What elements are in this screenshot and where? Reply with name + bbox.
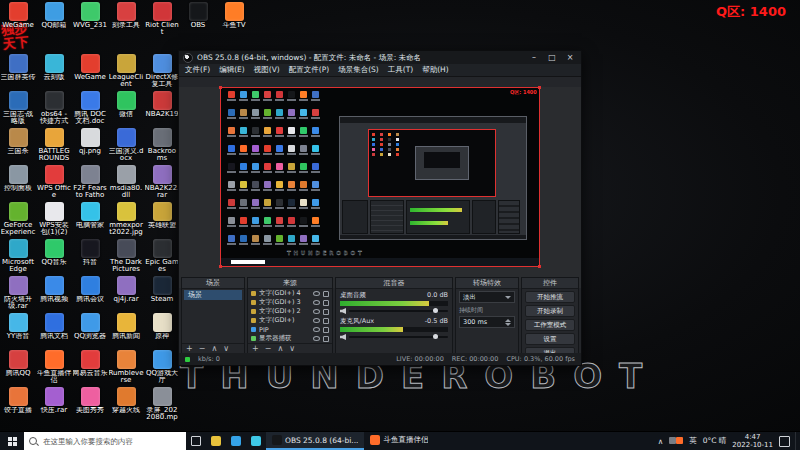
remove-scene-button[interactable]: − (199, 345, 206, 353)
desktop-icon[interactable]: YY语音 (0, 313, 36, 350)
desktop-icon[interactable]: 腾讯 DOC 文档.doc (72, 91, 108, 128)
volume-slider[interactable] (340, 333, 448, 341)
desktop-icon[interactable]: 饺子直播 (0, 387, 36, 424)
desktop-icon[interactable]: OBS (180, 2, 216, 36)
add-scene-button[interactable]: + (186, 345, 193, 353)
source-row[interactable]: 文字(GDI+) 2 (248, 307, 332, 316)
desktop-icon[interactable]: BATTLEGROUNDS (36, 128, 72, 165)
selection-handle[interactable] (538, 86, 541, 89)
desktop-icon[interactable]: 三国群英传 (0, 54, 36, 91)
desktop-icon[interactable]: WPS安装包(1)(2)(1) (36, 202, 72, 239)
desktop-icon[interactable]: NBA2K19 (144, 91, 180, 128)
taskbar-search[interactable] (24, 432, 186, 450)
desktop-icon[interactable]: F2F Fears to Fathom (72, 165, 108, 202)
selection-handle[interactable] (219, 86, 222, 89)
taskbar-pinned-button[interactable] (246, 432, 266, 450)
taskbar-app-button[interactable]: 斗鱼直播伴侣 (364, 432, 434, 450)
start-streaming-button[interactable]: 开始推流 (525, 291, 575, 303)
source-row[interactable]: 显示器捕获 (248, 334, 332, 343)
scene-down-button[interactable]: ∨ (223, 345, 229, 353)
desktop-icon[interactable]: QQ邮箱 (36, 2, 72, 36)
desktop-icon[interactable]: qj.png (72, 128, 108, 165)
obs-tray-icon[interactable] (669, 437, 676, 444)
desktop-icon[interactable]: WPS Office (36, 165, 72, 202)
tray-expand-button[interactable]: ∧ (658, 437, 664, 446)
transition-select[interactable]: 淡出 (459, 291, 515, 303)
menu-item[interactable]: 文件(F) (185, 65, 210, 75)
desktop-icon[interactable]: 腾讯新闻 (108, 313, 144, 350)
start-recording-button[interactable]: 开始录制 (525, 305, 575, 317)
desktop-icon[interactable]: 英雄联盟 (144, 202, 180, 239)
taskbar-pinned-button[interactable] (206, 432, 226, 450)
desktop-icon[interactable]: 抖音 (72, 239, 108, 276)
visibility-eye-icon[interactable] (313, 300, 320, 305)
desktop-icon[interactable]: 斗鱼直播伴侣 (36, 350, 72, 387)
scene-up-button[interactable]: ∧ (211, 345, 217, 353)
desktop-icon[interactable]: 美图秀秀 (72, 387, 108, 424)
taskbar-clock[interactable]: 4:47 2022-10-11 (732, 433, 773, 449)
visibility-eye-icon[interactable] (313, 291, 320, 296)
desktop-icon[interactable]: DirectX修复工具 (144, 54, 180, 91)
maximize-button[interactable]: □ (545, 53, 559, 62)
selection-handle[interactable] (219, 265, 222, 268)
menu-item[interactable]: 场景集合(S) (338, 65, 379, 75)
desktop-icon[interactable]: QQ游戏大厅 (144, 350, 180, 387)
desktop-icon[interactable]: NBA2K22.rar (144, 165, 180, 202)
desktop-icon[interactable]: mmexport2022.jpg (108, 202, 144, 239)
taskbar-pinned-button[interactable] (226, 432, 246, 450)
menu-item[interactable]: 编辑(E) (219, 65, 245, 75)
source-up-button[interactable]: ∧ (277, 345, 283, 353)
source-row[interactable]: 文字(GDI+) 3 (248, 298, 332, 307)
desktop-icon[interactable]: 电脑管家 (72, 202, 108, 239)
desktop-icon[interactable]: 三国杀 (0, 128, 36, 165)
desktop-icon[interactable]: Epic Games (144, 239, 180, 276)
obs-titlebar[interactable]: OBS 25.0.8 (64-bit, windows) - 配置文件: 未命名… (179, 51, 581, 64)
menu-item[interactable]: 视图(V) (254, 65, 280, 75)
desktop-icon[interactable]: 云刻版 (36, 54, 72, 91)
scene-item[interactable]: 场景 (184, 290, 242, 300)
lock-icon[interactable] (323, 300, 329, 306)
desktop-icon[interactable]: 三国志·战略版 (0, 91, 36, 128)
desktop-icon[interactable]: LeagueClient (108, 54, 144, 91)
selection-handle[interactable] (538, 265, 541, 268)
menu-item[interactable]: 工具(T) (388, 65, 413, 75)
desktop-icon[interactable]: 防火墙升级.rar (0, 276, 36, 313)
source-row[interactable]: 文字(GDI+) (248, 316, 332, 325)
desktop-icon[interactable]: 穿越火线 (108, 387, 144, 424)
menu-item[interactable]: 帮助(H) (422, 65, 449, 75)
douyu-tray-icon[interactable] (676, 437, 683, 444)
desktop-icon[interactable]: QQ浏览器 (72, 313, 108, 350)
desktop-icon[interactable]: 网易云音乐 (72, 350, 108, 387)
desktop-icon[interactable]: 腾讯视频 (36, 276, 72, 313)
desktop-icon[interactable]: 腾讯文档 (36, 313, 72, 350)
slider-handle[interactable] (433, 334, 438, 339)
desktop-icon[interactable]: 腾讯QQ (0, 350, 36, 387)
desktop-icon[interactable]: Steam (144, 276, 180, 313)
remove-source-button[interactable]: − (265, 345, 272, 353)
spinner-arrows-icon[interactable] (505, 319, 511, 326)
desktop-icon[interactable]: WeGame (0, 2, 36, 36)
studio-mode-button[interactable]: 工作室模式 (525, 319, 575, 331)
visibility-eye-icon[interactable] (313, 336, 320, 341)
desktop-icon[interactable]: 斗鱼TV (216, 2, 252, 36)
source-row[interactable]: 文字(GDI+) 4 (248, 289, 332, 298)
settings-button[interactable]: 设置 (525, 333, 575, 345)
desktop-icon[interactable]: WVG_231 (72, 2, 108, 36)
task-view-button[interactable] (186, 432, 206, 450)
lock-icon[interactable] (323, 336, 329, 342)
input-method-indicator[interactable]: 英 (689, 436, 697, 446)
desktop-icon[interactable]: 微信 (108, 91, 144, 128)
visibility-eye-icon[interactable] (313, 318, 320, 323)
visibility-eye-icon[interactable] (313, 309, 320, 314)
desktop-icon[interactable]: WeGame (72, 54, 108, 91)
desktop-icon[interactable]: 原神 (144, 313, 180, 350)
notification-center-icon[interactable] (779, 436, 790, 447)
source-down-button[interactable]: ∨ (289, 345, 295, 353)
desktop-icon[interactable]: The Dark Pictures (108, 239, 144, 276)
desktop-icon[interactable]: 三国演义.docx (108, 128, 144, 165)
menu-item[interactable]: 配置文件(P) (289, 65, 329, 75)
desktop-icon[interactable]: Microsoft Edge (0, 239, 36, 276)
desktop-icon[interactable]: 控制面板 (0, 165, 36, 202)
lock-icon[interactable] (323, 309, 329, 315)
lock-icon[interactable] (323, 318, 329, 324)
